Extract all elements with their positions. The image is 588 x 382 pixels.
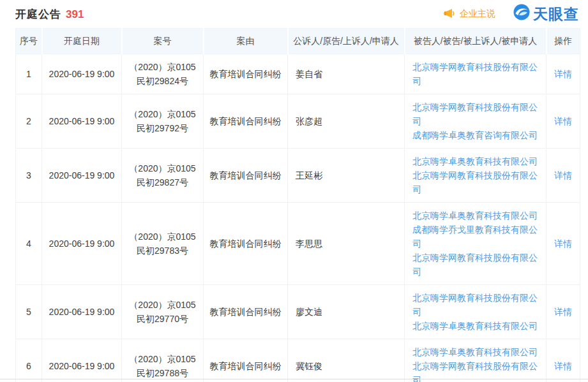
cell-plaintiffs: 张彦超 <box>288 94 405 149</box>
plaintiff-name: 张彦超 <box>296 114 399 128</box>
detail-link[interactable]: 详情 <box>554 69 572 79</box>
cell-defendants: 北京嗨学卓奥教育科技有限公司北京嗨学网教育科技股份有限公司 <box>405 339 547 382</box>
cell-index: 1 <box>16 54 42 94</box>
topbar: 开庭公告391 企业主说 天眼查 <box>0 0 588 28</box>
cell-plaintiffs: 廖文迪 <box>288 285 405 339</box>
cell-plaintiffs: 冀钰俊 <box>288 339 405 382</box>
detail-link[interactable]: 详情 <box>554 307 572 317</box>
qiye-zhushuo-label: 企业主说 <box>460 8 495 20</box>
cell-cause: 教育培训合同纠纷 <box>204 54 288 94</box>
plaintiff-name: 冀钰俊 <box>296 359 399 373</box>
cell-case-number: （2020）京0105 民初29788号 <box>122 339 204 382</box>
cell-plaintiffs: 姜自省 <box>288 54 405 94</box>
cell-defendants: 北京嗨学卓奥教育科技有限公司北京嗨学网教育科技股份有限公司 <box>405 149 547 203</box>
cell-defendants: 北京嗨学网教育科技股份有限公司 <box>405 54 547 94</box>
cell-plaintiffs: 李思思 <box>288 203 405 285</box>
table-body: 1 2020-06-19 9:00 （2020）京0105 民初29824号 教… <box>16 54 580 382</box>
cell-case-number: （2020）京0105 民初29783号 <box>122 203 204 285</box>
defendant-company-link[interactable]: 北京嗨学网教育科技股份有限公司 <box>412 168 541 196</box>
bottom-divider <box>0 379 588 379</box>
cell-index: 5 <box>16 285 42 339</box>
cell-cause: 教育培训合同纠纷 <box>204 149 288 203</box>
topbar-right: 企业主说 天眼查 <box>444 4 579 24</box>
plaintiff-name: 李思思 <box>296 237 399 251</box>
column-header: 案号 <box>122 29 204 54</box>
defendant-company-link[interactable]: 成都嗨学卓奥教育咨询有限公司 <box>412 128 541 142</box>
defendant-company-link[interactable]: 北京嗨学卓奥教育科技有限公司 <box>412 319 541 333</box>
table-row: 4 2020-06-19 9:00 （2020）京0105 民初29783号 教… <box>16 203 580 285</box>
cell-case-number: （2020）京0105 民初29824号 <box>122 54 204 94</box>
header-row: 序号开庭日期案号案由公诉人/原告/上诉人/申请人被告人/被告/被上诉人/被申请人… <box>16 29 580 54</box>
table-row: 6 2020-06-19 9:00 （2020）京0105 民初29788号 教… <box>16 339 580 382</box>
cell-defendants: 北京嗨学网教育科技股份有限公司北京嗨学卓奥教育科技有限公司 <box>405 285 547 339</box>
cell-case-number: （2020）京0105 民初29770号 <box>122 285 204 339</box>
cell-index: 4 <box>16 203 42 285</box>
cell-hearing-date: 2020-06-19 9:00 <box>42 149 122 203</box>
cell-hearing-date: 2020-06-19 9:00 <box>42 339 122 382</box>
table-row: 2 2020-06-19 9:00 （2020）京0105 民初29792号 教… <box>16 94 580 149</box>
qiye-zhushuo-link[interactable]: 企业主说 <box>444 8 495 20</box>
cell-index: 2 <box>16 94 42 149</box>
detail-link[interactable]: 详情 <box>554 170 572 180</box>
defendant-company-link[interactable]: 北京嗨学卓奥教育科技有限公司 <box>412 209 541 223</box>
cell-hearing-date: 2020-06-19 9:00 <box>42 203 122 285</box>
cell-defendants: 北京嗨学网教育科技股份有限公司成都嗨学卓奥教育咨询有限公司 <box>405 94 547 149</box>
cell-cause: 教育培训合同纠纷 <box>204 285 288 339</box>
announcement-count: 391 <box>66 8 84 20</box>
cell-cause: 教育培训合同纠纷 <box>204 94 288 149</box>
cell-hearing-date: 2020-06-19 9:00 <box>42 54 122 94</box>
detail-link[interactable]: 详情 <box>554 361 572 371</box>
column-header: 操作 <box>547 29 580 54</box>
cell-action: 详情 <box>547 149 580 203</box>
hearing-announcements-table: 序号开庭日期案号案由公诉人/原告/上诉人/申请人被告人/被告/被上诉人/被申请人… <box>15 28 580 382</box>
table-row: 5 2020-06-19 9:00 （2020）京0105 民初29770号 教… <box>16 285 580 339</box>
cell-hearing-date: 2020-06-19 9:00 <box>42 94 122 149</box>
cell-cause: 教育培训合同纠纷 <box>204 203 288 285</box>
plaintiff-name: 姜自省 <box>296 67 399 81</box>
page-title-text: 开庭公告 <box>15 8 61 20</box>
defendant-company-link[interactable]: 成都嗨学乔戈里教育科技有限公司 <box>412 223 541 251</box>
table-row: 3 2020-06-19 9:00 （2020）京0105 民初29827号 教… <box>16 149 580 203</box>
defendant-company-link[interactable]: 北京嗨学网教育科技股份有限公司 <box>412 251 541 279</box>
table-row: 1 2020-06-19 9:00 （2020）京0105 民初29824号 教… <box>16 54 580 94</box>
cell-index: 6 <box>16 339 42 382</box>
tianyancha-brand-text: 天眼查 <box>533 4 579 24</box>
defendant-company-link[interactable]: 北京嗨学网教育科技股份有限公司 <box>412 100 541 128</box>
cell-action: 详情 <box>547 339 580 382</box>
column-header: 公诉人/原告/上诉人/申请人 <box>288 29 405 54</box>
cell-plaintiffs: 王延彬 <box>288 149 405 203</box>
cell-defendants: 北京嗨学卓奥教育科技有限公司成都嗨学乔戈里教育科技有限公司北京嗨学网教育科技股份… <box>405 203 547 285</box>
cell-case-number: （2020）京0105 民初29792号 <box>122 94 204 149</box>
detail-link[interactable]: 详情 <box>554 116 572 126</box>
tianyancha-eye-icon <box>513 4 530 24</box>
cell-action: 详情 <box>547 203 580 285</box>
cell-case-number: （2020）京0105 民初29827号 <box>122 149 204 203</box>
column-header: 序号 <box>16 29 42 54</box>
defendant-company-link[interactable]: 北京嗨学卓奥教育科技有限公司 <box>412 154 541 168</box>
cell-cause: 教育培训合同纠纷 <box>204 339 288 382</box>
cell-action: 详情 <box>547 94 580 149</box>
plaintiff-name: 廖文迪 <box>296 305 399 319</box>
column-header: 被告人/被告/被上诉人/被申请人 <box>405 29 547 54</box>
defendant-company-link[interactable]: 北京嗨学网教育科技股份有限公司 <box>412 291 541 319</box>
column-header: 案由 <box>204 29 288 54</box>
cell-index: 3 <box>16 149 42 203</box>
plaintiff-name: 王延彬 <box>296 168 399 182</box>
defendant-company-link[interactable]: 北京嗨学卓奥教育科技有限公司 <box>412 345 541 359</box>
page-title: 开庭公告391 <box>15 7 84 22</box>
detail-link[interactable]: 详情 <box>554 239 572 249</box>
defendant-company-link[interactable]: 北京嗨学网教育科技股份有限公司 <box>412 60 541 88</box>
tianyancha-logo[interactable]: 天眼查 <box>513 4 579 24</box>
megaphone-icon <box>444 8 456 20</box>
cell-action: 详情 <box>547 285 580 339</box>
column-header: 开庭日期 <box>42 29 122 54</box>
cell-hearing-date: 2020-06-19 9:00 <box>42 285 122 339</box>
cell-action: 详情 <box>547 54 580 94</box>
